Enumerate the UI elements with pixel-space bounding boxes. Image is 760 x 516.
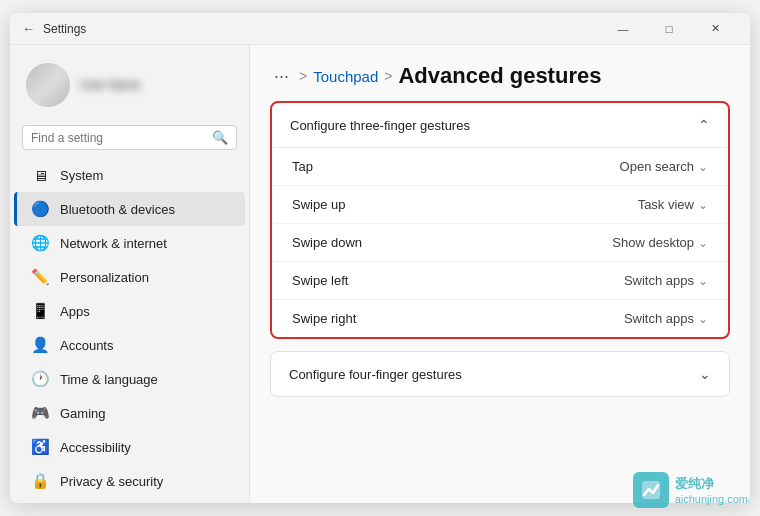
sidebar-item-system[interactable]: 🖥 System xyxy=(14,158,245,192)
watermark: 爱纯净 aichunjing.com xyxy=(633,472,748,508)
gesture-value[interactable]: Show desktop ⌄ xyxy=(612,235,708,250)
sidebar-item-personalization[interactable]: ✏️ Personalization xyxy=(14,260,245,294)
main-layout: User Name 🔍 🖥 System 🔵 Bluetooth & devic… xyxy=(10,45,750,503)
gesture-row: Swipe down Show desktop ⌄ xyxy=(272,224,728,262)
gesture-label: Tap xyxy=(292,159,313,174)
three-finger-body: Tap Open search ⌄ Swipe up Task view ⌄ S… xyxy=(272,147,728,337)
gesture-dropdown-icon: ⌄ xyxy=(698,160,708,174)
page-title: Advanced gestures xyxy=(398,63,601,89)
sidebar-label-apps: Apps xyxy=(60,304,90,319)
settings-window: ← Settings — □ ✕ User Name 🔍 🖥 System xyxy=(10,13,750,503)
sidebar-item-accounts[interactable]: 👤 Accounts xyxy=(14,328,245,362)
gesture-value[interactable]: Switch apps ⌄ xyxy=(624,273,708,288)
sidebar-label-network: Network & internet xyxy=(60,236,167,251)
sidebar-item-time[interactable]: 🕐 Time & language xyxy=(14,362,245,396)
accounts-icon: 👤 xyxy=(30,335,50,355)
sidebar-item-accessibility[interactable]: ♿ Accessibility xyxy=(14,430,245,464)
search-box[interactable]: 🔍 xyxy=(22,125,237,150)
time-icon: 🕐 xyxy=(30,369,50,389)
close-button[interactable]: ✕ xyxy=(692,13,738,45)
avatar-image xyxy=(26,63,70,107)
bluetooth-icon: 🔵 xyxy=(30,199,50,219)
content-header: ··· > Touchpad > Advanced gestures xyxy=(250,45,750,101)
search-icon: 🔍 xyxy=(212,130,228,145)
four-finger-chevron: ⌄ xyxy=(699,366,711,382)
apps-icon: 📱 xyxy=(30,301,50,321)
sidebar-item-privacy[interactable]: 🔒 Privacy & security xyxy=(14,464,245,498)
window-controls: — □ ✕ xyxy=(600,13,738,45)
sidebar-label-system: System xyxy=(60,168,103,183)
breadcrumb-touchpad[interactable]: Touchpad xyxy=(313,68,378,85)
sidebar-item-apps[interactable]: 📱 Apps xyxy=(14,294,245,328)
privacy-icon: 🔒 xyxy=(30,471,50,491)
network-icon: 🌐 xyxy=(30,233,50,253)
minimize-button[interactable]: — xyxy=(600,13,646,45)
sidebar-item-network[interactable]: 🌐 Network & internet xyxy=(14,226,245,260)
gesture-value[interactable]: Switch apps ⌄ xyxy=(624,311,708,326)
sidebar-label-bluetooth: Bluetooth & devices xyxy=(60,202,175,217)
gesture-row: Tap Open search ⌄ xyxy=(272,148,728,186)
sidebar-item-gaming[interactable]: 🎮 Gaming xyxy=(14,396,245,430)
sidebar-label-accessibility: Accessibility xyxy=(60,440,131,455)
gesture-label: Swipe up xyxy=(292,197,345,212)
content-area: ··· > Touchpad > Advanced gestures Confi… xyxy=(250,45,750,503)
sidebar-label-time: Time & language xyxy=(60,372,158,387)
watermark-text: 爱纯净 aichunjing.com xyxy=(675,475,748,505)
breadcrumb-sep2: > xyxy=(384,68,392,84)
maximize-button[interactable]: □ xyxy=(646,13,692,45)
gesture-value[interactable]: Open search ⌄ xyxy=(620,159,708,174)
gesture-row: Swipe up Task view ⌄ xyxy=(272,186,728,224)
system-icon: 🖥 xyxy=(30,165,50,185)
personalization-icon: ✏️ xyxy=(30,267,50,287)
titlebar-title: Settings xyxy=(43,22,86,36)
accessibility-icon: ♿ xyxy=(30,437,50,457)
search-input[interactable] xyxy=(31,131,212,145)
gesture-dropdown-icon: ⌄ xyxy=(698,274,708,288)
back-button[interactable]: ← xyxy=(22,21,35,36)
watermark-icon xyxy=(633,472,669,508)
gesture-label: Swipe right xyxy=(292,311,356,326)
gesture-row: Swipe left Switch apps ⌄ xyxy=(272,262,728,300)
gesture-dropdown-icon: ⌄ xyxy=(698,312,708,326)
three-finger-header[interactable]: Configure three-finger gestures ⌃ xyxy=(272,103,728,147)
sidebar-label-privacy: Privacy & security xyxy=(60,474,163,489)
sidebar-label-accounts: Accounts xyxy=(60,338,113,353)
breadcrumb-dots: ··· xyxy=(274,66,289,87)
four-finger-section: Configure four-finger gestures ⌄ xyxy=(270,351,730,397)
gesture-dropdown-icon: ⌄ xyxy=(698,236,708,250)
four-finger-header[interactable]: Configure four-finger gestures ⌄ xyxy=(271,352,729,396)
gesture-label: Swipe down xyxy=(292,235,362,250)
gaming-icon: 🎮 xyxy=(30,403,50,423)
sidebar-item-bluetooth[interactable]: 🔵 Bluetooth & devices xyxy=(14,192,245,226)
three-finger-chevron: ⌃ xyxy=(698,117,710,133)
breadcrumb-sep1: > xyxy=(299,68,307,84)
avatar xyxy=(26,63,70,107)
gesture-label: Swipe left xyxy=(292,273,348,288)
gesture-value[interactable]: Task view ⌄ xyxy=(638,197,708,212)
sidebar-label-personalization: Personalization xyxy=(60,270,149,285)
three-finger-title: Configure three-finger gestures xyxy=(290,118,470,133)
gesture-row: Swipe right Switch apps ⌄ xyxy=(272,300,728,337)
four-finger-title: Configure four-finger gestures xyxy=(289,367,462,382)
titlebar: ← Settings — □ ✕ xyxy=(10,13,750,45)
sidebar-item-update[interactable]: 🔄 Windows Update xyxy=(14,498,245,503)
profile-section: User Name xyxy=(10,53,249,117)
profile-name: User Name xyxy=(80,78,141,92)
gesture-dropdown-icon: ⌄ xyxy=(698,198,708,212)
three-finger-section: Configure three-finger gestures ⌃ Tap Op… xyxy=(270,101,730,339)
nav-items: 🖥 System 🔵 Bluetooth & devices 🌐 Network… xyxy=(10,158,249,503)
sidebar-label-gaming: Gaming xyxy=(60,406,106,421)
sidebar: User Name 🔍 🖥 System 🔵 Bluetooth & devic… xyxy=(10,45,250,503)
